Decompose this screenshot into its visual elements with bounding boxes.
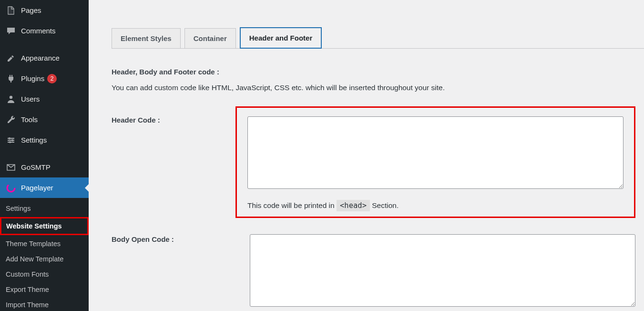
svg-point-7 [9,141,11,143]
sidebar-item-plugins[interactable]: Plugins 2 [0,68,89,89]
pagelayer-submenu: Settings Website Settings Theme Template… [0,198,89,311]
section-title: Header, Body and Footer code : [112,68,644,76]
tab-container[interactable]: Container [184,28,236,48]
sidebar-item-label: Tools [21,115,38,124]
tab-header-and-footer[interactable]: Header and Footer [240,27,322,49]
sidebar-item-label: Settings [21,136,47,144]
sidebar-item-comments[interactable]: Comments [0,21,89,41]
header-code-hint: This code will be printed in <head> Sect… [247,201,624,210]
hint-text-post: Section. [372,201,399,209]
plugin-update-badge: 2 [47,74,57,83]
sidebar-item-label: Plugins [21,74,44,83]
header-code-highlight: This code will be printed in <head> Sect… [235,106,635,218]
sidebar-item-label: Pages [21,6,41,14]
sidebar-item-settings[interactable]: Settings [0,130,89,150]
sidebar-item-label: Comments [21,27,56,35]
sidebar-item-pagelayer[interactable]: Pagelayer [0,177,89,198]
sidebar-item-pages[interactable]: Pages [0,0,89,21]
settings-icon [6,135,16,145]
sidebar-separator [0,41,89,48]
submenu-item-settings[interactable]: Settings [0,201,89,216]
tools-icon [6,114,16,125]
submenu-item-add-new-template[interactable]: Add New Template [0,251,89,267]
header-code-row: Header Code : This code will be printed … [112,115,644,218]
sidebar-item-label: GoSMTP [21,163,51,171]
sidebar-item-appearance[interactable]: Appearance [0,48,89,68]
body-open-code-label: Body Open Code : [112,234,250,243]
admin-sidebar: Pages Comments Appearance Plugins 2 User… [0,0,89,311]
hint-code-tag: <head> [337,200,370,211]
body-open-code-textarea[interactable] [250,234,635,307]
sidebar-item-label: Appearance [21,54,60,62]
submenu-item-theme-templates[interactable]: Theme Templates [0,236,89,251]
header-code-textarea[interactable] [247,116,624,189]
pagelayer-icon [6,183,16,193]
submenu-item-import-theme[interactable]: Import Theme [0,297,89,311]
sidebar-separator [0,150,89,157]
plugins-icon [6,73,16,84]
svg-point-5 [9,137,10,139]
sidebar-item-gosmtp[interactable]: GoSMTP [0,157,89,177]
sidebar-item-tools[interactable]: Tools [0,109,89,130]
svg-point-6 [11,139,13,141]
users-icon [6,94,16,104]
appearance-icon [6,53,16,63]
comments-icon [6,26,16,36]
section-description: You can add custom code like HTML, JavaS… [112,83,644,92]
tab-element-styles[interactable]: Element Styles [112,28,181,48]
sidebar-item-label: Users [21,95,40,103]
envelope-icon [6,162,16,173]
svg-point-8 [7,184,15,192]
pages-icon [6,5,16,16]
submenu-item-website-settings[interactable]: Website Settings [0,217,89,235]
submenu-item-export-theme[interactable]: Export Theme [0,282,89,297]
header-code-label: Header Code : [112,115,250,124]
svg-point-1 [10,95,12,98]
submenu-item-custom-fonts[interactable]: Custom Fonts [0,267,89,282]
settings-tabs: Element Styles Container Header and Foot… [112,27,644,49]
sidebar-item-label: Pagelayer [21,184,53,192]
hint-text-pre: This code will be printed in [247,201,337,209]
body-open-code-row: Body Open Code : [112,234,644,309]
main-content: Element Styles Container Header and Foot… [89,0,644,311]
sidebar-item-users[interactable]: Users [0,89,89,109]
svg-rect-0 [9,7,13,14]
